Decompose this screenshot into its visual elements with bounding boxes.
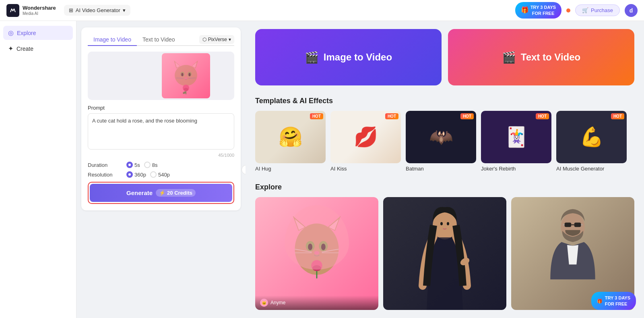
template-ai-hug[interactable]: HOT 🤗 AI Hug bbox=[255, 111, 326, 172]
upload-placeholder bbox=[88, 52, 234, 100]
template-label-batman: Batman bbox=[406, 166, 476, 172]
logo-brand: Wondershare bbox=[23, 5, 56, 11]
template-label-ai-kiss: AI Kiss bbox=[330, 166, 401, 172]
generate-button[interactable]: Generate ⚡ 20 Credits bbox=[90, 184, 232, 202]
header: Wondershare Media AI ⊞ AI Video Generato… bbox=[0, 0, 644, 21]
explore-section-title: Explore bbox=[255, 183, 634, 191]
svg-point-38 bbox=[447, 222, 449, 225]
logo-icon bbox=[6, 4, 19, 17]
gift-icon: 🎁 bbox=[521, 6, 529, 15]
duration-5s-radio[interactable] bbox=[126, 162, 133, 168]
duration-options: 5s 8s bbox=[126, 162, 157, 168]
prompt-label: Prompt bbox=[88, 105, 234, 111]
resolution-540p[interactable]: 540p bbox=[150, 171, 170, 178]
duration-8s[interactable]: 8s bbox=[144, 162, 158, 168]
main-layout: ◎ Explore ✦ Create Image to Video Text t… bbox=[0, 21, 644, 318]
char-count: 45/1000 bbox=[88, 153, 234, 158]
hero-text-to-video[interactable]: 🎬 Text to Video bbox=[448, 29, 634, 85]
cart-icon: 🛒 bbox=[582, 7, 588, 13]
right-panel: 🎬 Image to Video 🎬 Text to Video Templat… bbox=[246, 21, 644, 318]
ai-hug-badge: HOT bbox=[310, 113, 323, 119]
logo-text-group: Wondershare Media AI bbox=[23, 5, 56, 16]
explore-card-cat[interactable]: 🐱 Anyme bbox=[255, 197, 378, 310]
image-upload-area[interactable] bbox=[88, 52, 234, 100]
provider-label: PixVerse bbox=[208, 37, 227, 42]
svg-rect-41 bbox=[565, 222, 572, 227]
duration-label: Duration bbox=[88, 162, 120, 168]
resolution-540p-radio[interactable] bbox=[150, 171, 157, 178]
resolution-row: Resolution 360p 540p bbox=[88, 171, 234, 178]
template-jokers-rebirth[interactable]: HOT 🃏 Joker's Rebirth bbox=[481, 111, 551, 172]
app-nav-label: AI Video Generator bbox=[76, 7, 120, 13]
hero-image-to-video[interactable]: 🎬 Image to Video bbox=[255, 29, 442, 85]
try3-days-badge[interactable]: 🎁 TRY 3 DAYS FOR FREE bbox=[591, 292, 636, 310]
tabs-bar: Image to Video Text to Video ⬡ PixVerse … bbox=[88, 34, 234, 46]
explore-card-woman[interactable] bbox=[383, 197, 506, 310]
template-ai-kiss[interactable]: HOT 💋 AI Kiss bbox=[330, 111, 401, 172]
template-thumb-batman: HOT 🦇 bbox=[406, 111, 476, 163]
tab-image-to-video[interactable]: Image to Video bbox=[88, 34, 137, 46]
hero-text-to-video-label: Text to Video bbox=[521, 52, 580, 63]
provider-icon: ⬡ bbox=[202, 37, 206, 42]
templates-row: HOT 🤗 AI Hug HOT 💋 AI Kiss HOT 🦇 B bbox=[255, 111, 634, 172]
explore-username-cat: Anyme bbox=[270, 300, 285, 306]
avatar[interactable]: d bbox=[625, 4, 638, 17]
logo-area: Wondershare Media AI bbox=[6, 4, 56, 17]
templates-section-title: Templates & AI Effects bbox=[255, 97, 634, 105]
generator-card: Image to Video Text to Video ⬡ PixVerse … bbox=[81, 27, 241, 210]
purchase-button[interactable]: 🛒 Purchase bbox=[575, 4, 620, 16]
generate-label: Generate bbox=[126, 189, 153, 196]
resolution-options: 360p 540p bbox=[126, 171, 170, 178]
ai-kiss-badge: HOT bbox=[385, 113, 398, 119]
svg-point-37 bbox=[440, 222, 443, 225]
collapse-panel-button[interactable]: ◂ bbox=[242, 165, 246, 175]
explore-icon: ◎ bbox=[8, 29, 14, 37]
chevron-down-icon: ▾ bbox=[123, 7, 126, 13]
lightning-icon: ⚡ bbox=[159, 190, 165, 196]
hero-image-to-video-label: Image to Video bbox=[324, 52, 392, 63]
try-free-button[interactable]: 🎁 TRY 3 DAYS FOR FREE bbox=[515, 2, 561, 19]
batman-badge: HOT bbox=[460, 113, 474, 119]
text-to-video-icon: 🎬 bbox=[502, 51, 516, 64]
explore-user-cat: 🐱 Anyme bbox=[260, 299, 374, 307]
prompt-section: Prompt A cute cat hold a rose, and the r… bbox=[88, 105, 234, 158]
grid-icon: ⊞ bbox=[69, 7, 73, 13]
duration-row: Duration 5s 8s bbox=[88, 162, 234, 168]
online-indicator bbox=[566, 8, 570, 12]
template-ai-muscle[interactable]: HOT 💪 AI Muscle Generator bbox=[556, 111, 627, 172]
sidebar-label-create: Create bbox=[17, 46, 33, 52]
template-thumb-ai-hug: HOT 🤗 bbox=[255, 111, 326, 163]
hero-row: 🎬 Image to Video 🎬 Text to Video bbox=[255, 29, 634, 85]
explore-grid: 🐱 Anyme bbox=[255, 197, 634, 310]
provider-chevron: ▾ bbox=[229, 37, 231, 42]
ai-muscle-badge: HOT bbox=[611, 113, 624, 119]
app-nav-button[interactable]: ⊞ AI Video Generator ▾ bbox=[64, 5, 130, 16]
sidebar-label-explore: Explore bbox=[17, 30, 36, 36]
duration-5s[interactable]: 5s bbox=[126, 162, 140, 168]
template-thumb-ai-kiss: HOT 💋 bbox=[330, 111, 401, 163]
template-label-ai-hug: AI Hug bbox=[255, 166, 326, 172]
create-icon: ✦ bbox=[8, 45, 13, 52]
gift-icon-badge: 🎁 bbox=[597, 298, 603, 304]
svg-rect-42 bbox=[574, 222, 581, 227]
try-free-text: TRY 3 DAYS FOR FREE bbox=[530, 4, 556, 16]
provider-select[interactable]: ⬡ PixVerse ▾ bbox=[199, 35, 234, 44]
tab-text-to-video[interactable]: Text to Video bbox=[137, 34, 181, 46]
resolution-360p[interactable]: 360p bbox=[126, 171, 146, 178]
image-to-video-icon: 🎬 bbox=[305, 51, 319, 64]
jokers-rebirth-badge: HOT bbox=[536, 113, 549, 119]
sidebar-item-explore[interactable]: ◎ Explore bbox=[3, 26, 73, 40]
duration-8s-radio[interactable] bbox=[144, 162, 151, 168]
template-thumb-ai-muscle: HOT 💪 bbox=[556, 111, 627, 163]
explore-overlay-cat: 🐱 Anyme bbox=[255, 295, 378, 310]
explore-avatar-cat: 🐱 bbox=[260, 299, 268, 307]
template-thumb-jokers-rebirth: HOT 🃏 bbox=[481, 111, 551, 163]
resolution-360p-radio[interactable] bbox=[126, 171, 133, 178]
sidebar: ◎ Explore ✦ Create bbox=[0, 21, 76, 318]
credits-label: 20 Credits bbox=[167, 190, 192, 196]
prompt-textarea[interactable]: A cute cat hold a rose, and the rose blo… bbox=[88, 113, 234, 150]
sidebar-item-create[interactable]: ✦ Create bbox=[3, 42, 73, 56]
left-panel: Image to Video Text to Video ⬡ PixVerse … bbox=[76, 21, 246, 318]
template-batman[interactable]: HOT 🦇 Batman bbox=[406, 111, 476, 172]
generate-btn-wrap: Generate ⚡ 20 Credits bbox=[88, 182, 234, 204]
